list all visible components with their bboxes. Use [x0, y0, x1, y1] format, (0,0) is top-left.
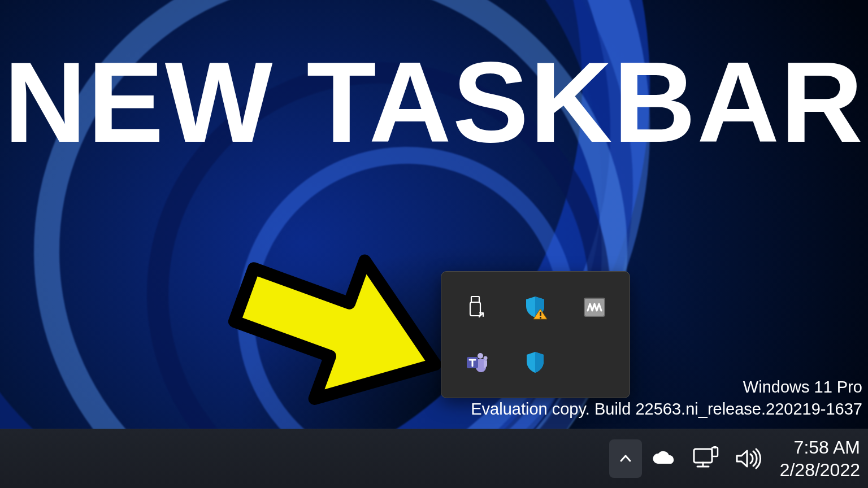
- arrow-overlay-icon: [203, 237, 463, 424]
- watermark-edition: Windows 11 Pro: [471, 376, 862, 398]
- windows-security-icon: [524, 350, 546, 374]
- system-tray[interactable]: [650, 446, 763, 471]
- network-wired-icon: [691, 446, 720, 471]
- tray-item-security-warning[interactable]: [522, 294, 549, 321]
- taskbar-clock[interactable]: 7:58 AM 2/28/2022: [780, 436, 860, 481]
- tray-item-vmware[interactable]: [581, 294, 608, 321]
- tray-item-security[interactable]: [522, 348, 549, 376]
- onedrive-button[interactable]: [650, 450, 676, 467]
- microsoft-teams-icon: [465, 351, 488, 373]
- svg-rect-9: [694, 449, 712, 463]
- network-button[interactable]: [691, 446, 720, 471]
- svg-point-6: [478, 353, 483, 359]
- clock-date: 2/28/2022: [780, 459, 860, 481]
- tray-item-usb[interactable]: [463, 294, 490, 321]
- svg-rect-3: [540, 317, 541, 319]
- vmware-tools-icon: [583, 297, 606, 317]
- svg-rect-1: [470, 302, 480, 316]
- svg-rect-2: [540, 312, 541, 316]
- tray-item-empty: [581, 348, 608, 376]
- tray-item-teams[interactable]: [463, 348, 490, 376]
- svg-rect-11: [713, 446, 716, 448]
- watermark-build: Evaluation copy. Build 22563.ni_release.…: [471, 398, 862, 420]
- tray-overflow-button[interactable]: [609, 439, 642, 478]
- headline-text: NEW TASKBAR: [0, 45, 868, 159]
- desktop-watermark: Windows 11 Pro Evaluation copy. Build 22…: [471, 376, 862, 420]
- svg-rect-4: [584, 298, 605, 316]
- clock-time: 7:58 AM: [780, 436, 860, 459]
- taskbar[interactable]: 7:58 AM 2/28/2022: [0, 429, 868, 488]
- windows-security-warning-icon: [523, 295, 548, 320]
- volume-button[interactable]: [735, 447, 763, 470]
- volume-icon: [735, 447, 763, 470]
- chevron-up-icon: [618, 451, 633, 466]
- usb-eject-icon: [467, 295, 486, 319]
- svg-rect-0: [471, 297, 479, 302]
- onedrive-icon: [650, 450, 676, 467]
- desktop-wallpaper: NEW TASKBAR: [0, 0, 868, 488]
